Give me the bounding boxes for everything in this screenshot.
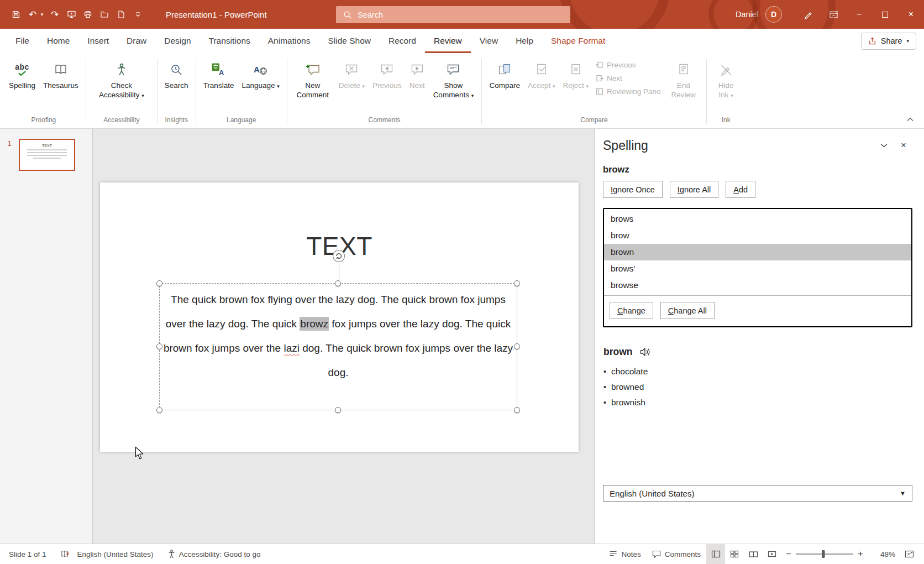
notes-button[interactable]: Notes xyxy=(603,544,646,564)
compare-small-buttons: Previous Next Reviewing Pane xyxy=(592,56,664,116)
search-input[interactable] xyxy=(358,11,563,19)
translate-button[interactable]: A Translate xyxy=(200,56,238,116)
status-language[interactable]: English (United States) xyxy=(77,550,154,558)
tab-help[interactable]: Help xyxy=(507,29,542,53)
slide-body-text[interactable]: The quick brown fox flying over the lazy… xyxy=(163,288,513,385)
fit-slide-to-window-button[interactable] xyxy=(900,544,918,564)
language-selector[interactable]: English (United States) ▼ xyxy=(603,485,912,502)
redo-icon: ↷ xyxy=(51,9,59,20)
share-button[interactable]: Share ▾ xyxy=(861,33,916,50)
suggestion-item-2[interactable]: brown xyxy=(604,244,911,260)
related-words-list: chocolatebrownedbrownish xyxy=(603,364,914,410)
tab-home[interactable]: Home xyxy=(38,29,78,53)
ribbon-display-options-button[interactable] xyxy=(821,0,846,29)
comments-button[interactable]: Comments xyxy=(647,544,706,564)
hide-ink-button: Hide Ink ▾ xyxy=(710,56,742,116)
zoom-out-button[interactable]: − xyxy=(781,544,796,564)
tab-insert[interactable]: Insert xyxy=(78,29,118,53)
suggestion-item-3[interactable]: brows' xyxy=(604,260,911,277)
slide-sorter-view-button[interactable] xyxy=(725,544,744,564)
resize-handle-ne[interactable] xyxy=(514,280,520,286)
smart-search-button[interactable]: Search xyxy=(161,56,192,116)
resize-handle-nw[interactable] xyxy=(156,280,162,286)
search-box[interactable] xyxy=(336,6,570,23)
tab-transitions[interactable]: Transitions xyxy=(200,29,259,53)
group-accessibility: Check Accessibility ▾ Accessibility xyxy=(87,54,156,128)
normal-view-button[interactable] xyxy=(706,544,725,564)
tab-shape-format[interactable]: Shape Format xyxy=(542,29,614,53)
resize-handle-w[interactable] xyxy=(156,343,162,349)
end-review-icon xyxy=(678,59,689,80)
resize-handle-e[interactable] xyxy=(514,343,520,349)
resize-handle-se[interactable] xyxy=(514,407,520,413)
accessibility-status-button[interactable]: Accessibility: Good to go xyxy=(168,550,261,558)
dropdown-arrow-icon: ▼ xyxy=(900,490,906,497)
rotate-handle[interactable] xyxy=(332,249,345,263)
language-button[interactable]: A Language ▾ xyxy=(238,56,283,116)
suggestion-item-4[interactable]: browse xyxy=(604,277,911,294)
tab-review[interactable]: Review xyxy=(425,29,471,53)
accept-icon xyxy=(536,59,547,80)
tab-file[interactable]: File xyxy=(7,29,38,53)
open-file-button[interactable] xyxy=(96,6,113,23)
start-from-beginning-button[interactable] xyxy=(63,6,80,23)
related-word-brownish: brownish xyxy=(603,395,914,410)
ribbon-divider xyxy=(86,59,86,124)
slide-editor-canvas[interactable]: TEXT The quick brown fox flying over the… xyxy=(93,129,594,544)
collapse-ribbon-button[interactable] xyxy=(903,114,917,125)
spelling-button[interactable]: abc Spelling xyxy=(5,56,39,116)
maximize-button[interactable] xyxy=(872,0,898,29)
tab-draw[interactable]: Draw xyxy=(118,29,155,53)
compare-button[interactable]: Compare xyxy=(485,56,524,116)
resize-handle-sw[interactable] xyxy=(156,407,162,413)
inking-button[interactable] xyxy=(795,0,821,29)
zoom-slider-thumb[interactable] xyxy=(822,550,825,558)
spell-check-status-button[interactable] xyxy=(61,550,70,558)
undo-dropdown[interactable]: ▾ xyxy=(39,6,45,23)
suggestion-item-0[interactable]: brows xyxy=(604,211,911,227)
selected-text-box[interactable]: The quick brown fox flying over the lazy… xyxy=(159,283,517,410)
tab-design[interactable]: Design xyxy=(155,29,200,53)
pane-options-button[interactable] xyxy=(874,137,894,154)
translate-icon: A xyxy=(212,59,225,80)
redo-button[interactable]: ↷ xyxy=(46,6,63,23)
print-preview-button[interactable] xyxy=(80,6,96,23)
customize-quick-access-toolbar-button[interactable] xyxy=(129,6,146,23)
new-presentation-button[interactable] xyxy=(113,6,129,23)
save-button[interactable] xyxy=(8,6,24,23)
show-comments-button[interactable]: Show Comments ▾ xyxy=(428,56,478,116)
slide[interactable]: TEXT The quick brown fox flying over the… xyxy=(100,182,579,452)
change-all-button[interactable]: Change All xyxy=(660,302,715,319)
main-area: 1 TEXT TEXT xyxy=(0,129,924,544)
tab-animations[interactable]: Animations xyxy=(259,29,319,53)
zoom-slider[interactable] xyxy=(796,544,853,564)
thesaurus-button[interactable]: Thesaurus xyxy=(39,56,82,116)
resize-handle-n[interactable] xyxy=(335,280,341,286)
slide-number: 1 xyxy=(0,139,19,148)
slide-show-button[interactable] xyxy=(763,544,781,564)
ignore-once-button[interactable]: Ignore Once xyxy=(603,181,663,198)
check-accessibility-button[interactable]: Check Accessibility ▾ xyxy=(90,56,154,116)
previous-change-icon xyxy=(596,61,603,69)
hide-ink-icon xyxy=(720,59,732,80)
change-button[interactable]: Change xyxy=(610,302,653,319)
close-button[interactable]: × xyxy=(898,0,924,29)
suggestions-box: browsbrowbrownbrows'browse Change Change… xyxy=(603,208,912,327)
new-comment-button[interactable]: New Comment xyxy=(291,56,335,116)
tab-slide-show[interactable]: Slide Show xyxy=(319,29,380,53)
tab-view[interactable]: View xyxy=(471,29,507,53)
resize-handle-s[interactable] xyxy=(335,407,341,413)
slide-1-thumbnail[interactable]: TEXT xyxy=(19,139,75,171)
suggestion-item-1[interactable]: brow xyxy=(604,227,911,244)
zoom-level[interactable]: 48% xyxy=(870,550,895,558)
add-to-dictionary-button[interactable]: Add xyxy=(726,181,755,198)
user-avatar[interactable]: D xyxy=(765,6,782,23)
ignore-all-button[interactable]: Ignore All xyxy=(670,181,718,198)
thumbnail-row: 1 TEXT xyxy=(0,139,92,171)
speaker-icon[interactable] xyxy=(640,347,652,357)
reading-view-button[interactable] xyxy=(744,544,763,564)
tab-record[interactable]: Record xyxy=(380,29,425,53)
minimize-button[interactable]: − xyxy=(846,0,872,29)
zoom-in-button[interactable]: + xyxy=(853,544,868,564)
pane-close-button[interactable]: × xyxy=(894,137,914,154)
